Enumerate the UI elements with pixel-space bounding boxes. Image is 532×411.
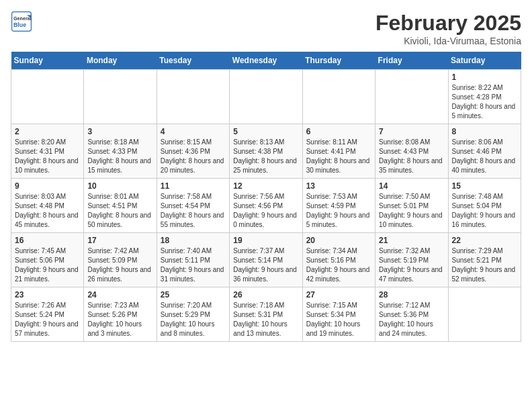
- day-number: 15: [452, 181, 517, 191]
- calendar-cell: [11, 70, 84, 124]
- calendar-cell: 27Sunrise: 7:15 AM Sunset: 5:34 PM Dayli…: [302, 287, 375, 342]
- day-number: 12: [233, 181, 298, 191]
- day-info: Sunrise: 7:34 AM Sunset: 5:16 PM Dayligh…: [306, 246, 371, 284]
- day-number: 2: [15, 127, 80, 136]
- calendar-week-2: 9Sunrise: 8:03 AM Sunset: 4:48 PM Daylig…: [11, 179, 521, 233]
- col-friday: Friday: [375, 52, 448, 70]
- day-number: 4: [161, 127, 226, 136]
- day-number: 18: [161, 236, 226, 245]
- calendar-cell: 2Sunrise: 8:20 AM Sunset: 4:31 PM Daylig…: [11, 124, 84, 179]
- calendar-cell: 25Sunrise: 7:20 AM Sunset: 5:29 PM Dayli…: [157, 287, 229, 342]
- day-number: 27: [306, 290, 371, 300]
- col-wednesday: Wednesday: [230, 52, 302, 70]
- calendar-header-row: Sunday Monday Tuesday Wednesday Thursday…: [11, 52, 521, 70]
- day-info: Sunrise: 8:01 AM Sunset: 4:51 PM Dayligh…: [87, 192, 152, 230]
- calendar-cell: 19Sunrise: 7:37 AM Sunset: 5:14 PM Dayli…: [230, 233, 302, 287]
- calendar-cell: [230, 70, 302, 124]
- day-number: 17: [87, 236, 152, 245]
- svg-text:General: General: [13, 15, 32, 21]
- calendar-week-4: 23Sunrise: 7:26 AM Sunset: 5:24 PM Dayli…: [11, 287, 521, 342]
- day-info: Sunrise: 7:18 AM Sunset: 5:31 PM Dayligh…: [233, 301, 298, 338]
- day-info: Sunrise: 7:23 AM Sunset: 5:26 PM Dayligh…: [87, 301, 152, 338]
- day-number: 14: [379, 181, 444, 191]
- day-info: Sunrise: 8:22 AM Sunset: 4:28 PM Dayligh…: [452, 83, 517, 121]
- day-number: 5: [233, 127, 298, 136]
- day-number: 13: [306, 181, 371, 191]
- calendar-cell: 10Sunrise: 8:01 AM Sunset: 4:51 PM Dayli…: [84, 179, 157, 233]
- logo: General Blue: [11, 11, 32, 32]
- day-number: 25: [161, 290, 226, 300]
- calendar-cell: 4Sunrise: 8:15 AM Sunset: 4:36 PM Daylig…: [157, 124, 229, 179]
- calendar-cell: [448, 287, 521, 342]
- calendar-subtitle: Kivioli, Ida-Virumaa, Estonia: [375, 36, 521, 46]
- day-info: Sunrise: 7:40 AM Sunset: 5:11 PM Dayligh…: [161, 246, 226, 284]
- calendar-cell: [302, 70, 375, 124]
- calendar-cell: 18Sunrise: 7:40 AM Sunset: 5:11 PM Dayli…: [157, 233, 229, 287]
- calendar-cell: 15Sunrise: 7:48 AM Sunset: 5:04 PM Dayli…: [448, 179, 521, 233]
- day-number: 10: [87, 181, 152, 191]
- day-info: Sunrise: 7:12 AM Sunset: 5:36 PM Dayligh…: [379, 301, 444, 338]
- day-info: Sunrise: 8:08 AM Sunset: 4:43 PM Dayligh…: [379, 138, 444, 175]
- day-info: Sunrise: 8:06 AM Sunset: 4:46 PM Dayligh…: [452, 138, 517, 175]
- col-monday: Monday: [84, 52, 157, 70]
- page-header: General Blue February 2025 Kivioli, Ida-…: [11, 11, 521, 46]
- day-number: 8: [452, 127, 517, 136]
- calendar-cell: 12Sunrise: 7:56 AM Sunset: 4:56 PM Dayli…: [230, 179, 302, 233]
- day-info: Sunrise: 7:20 AM Sunset: 5:29 PM Dayligh…: [161, 301, 226, 338]
- day-info: Sunrise: 7:42 AM Sunset: 5:09 PM Dayligh…: [87, 246, 152, 284]
- title-block: February 2025 Kivioli, Ida-Virumaa, Esto…: [375, 11, 521, 46]
- day-number: 1: [452, 73, 517, 82]
- calendar-cell: [157, 70, 229, 124]
- day-info: Sunrise: 8:13 AM Sunset: 4:38 PM Dayligh…: [233, 138, 298, 175]
- calendar-cell: 13Sunrise: 7:53 AM Sunset: 4:59 PM Dayli…: [302, 179, 375, 233]
- day-info: Sunrise: 7:58 AM Sunset: 4:54 PM Dayligh…: [161, 192, 226, 230]
- calendar-table: Sunday Monday Tuesday Wednesday Thursday…: [11, 52, 521, 342]
- svg-text:Blue: Blue: [13, 21, 26, 28]
- col-tuesday: Tuesday: [157, 52, 229, 70]
- calendar-cell: 3Sunrise: 8:18 AM Sunset: 4:33 PM Daylig…: [84, 124, 157, 179]
- day-number: 24: [87, 290, 152, 300]
- calendar-cell: 9Sunrise: 8:03 AM Sunset: 4:48 PM Daylig…: [11, 179, 84, 233]
- calendar-cell: 1Sunrise: 8:22 AM Sunset: 4:28 PM Daylig…: [448, 70, 521, 124]
- day-number: 20: [306, 236, 371, 245]
- calendar-cell: 5Sunrise: 8:13 AM Sunset: 4:38 PM Daylig…: [230, 124, 302, 179]
- calendar-cell: 22Sunrise: 7:29 AM Sunset: 5:21 PM Dayli…: [448, 233, 521, 287]
- day-number: 28: [379, 290, 444, 300]
- calendar-cell: 28Sunrise: 7:12 AM Sunset: 5:36 PM Dayli…: [375, 287, 448, 342]
- calendar-cell: 17Sunrise: 7:42 AM Sunset: 5:09 PM Dayli…: [84, 233, 157, 287]
- day-number: 23: [15, 290, 80, 300]
- day-number: 21: [379, 236, 444, 245]
- calendar-cell: 7Sunrise: 8:08 AM Sunset: 4:43 PM Daylig…: [375, 124, 448, 179]
- calendar-week-0: 1Sunrise: 8:22 AM Sunset: 4:28 PM Daylig…: [11, 70, 521, 124]
- day-info: Sunrise: 7:50 AM Sunset: 5:01 PM Dayligh…: [379, 192, 444, 230]
- calendar-cell: [84, 70, 157, 124]
- day-info: Sunrise: 8:18 AM Sunset: 4:33 PM Dayligh…: [87, 138, 152, 175]
- day-info: Sunrise: 7:32 AM Sunset: 5:19 PM Dayligh…: [379, 246, 444, 284]
- calendar-cell: 23Sunrise: 7:26 AM Sunset: 5:24 PM Dayli…: [11, 287, 84, 342]
- logo-icon: General Blue: [11, 11, 32, 32]
- calendar-title: February 2025: [375, 11, 521, 36]
- calendar-cell: 11Sunrise: 7:58 AM Sunset: 4:54 PM Dayli…: [157, 179, 229, 233]
- col-sunday: Sunday: [11, 52, 84, 70]
- day-info: Sunrise: 7:15 AM Sunset: 5:34 PM Dayligh…: [306, 301, 371, 338]
- col-thursday: Thursday: [302, 52, 375, 70]
- day-number: 19: [233, 236, 298, 245]
- day-number: 7: [379, 127, 444, 136]
- calendar-week-1: 2Sunrise: 8:20 AM Sunset: 4:31 PM Daylig…: [11, 124, 521, 179]
- calendar-cell: 26Sunrise: 7:18 AM Sunset: 5:31 PM Dayli…: [230, 287, 302, 342]
- day-number: 3: [87, 127, 152, 136]
- day-info: Sunrise: 7:45 AM Sunset: 5:06 PM Dayligh…: [15, 246, 80, 284]
- day-info: Sunrise: 7:53 AM Sunset: 4:59 PM Dayligh…: [306, 192, 371, 230]
- day-info: Sunrise: 8:11 AM Sunset: 4:41 PM Dayligh…: [306, 138, 371, 175]
- day-info: Sunrise: 7:56 AM Sunset: 4:56 PM Dayligh…: [233, 192, 298, 230]
- calendar-cell: 6Sunrise: 8:11 AM Sunset: 4:41 PM Daylig…: [302, 124, 375, 179]
- day-info: Sunrise: 8:15 AM Sunset: 4:36 PM Dayligh…: [161, 138, 226, 175]
- col-saturday: Saturday: [448, 52, 521, 70]
- day-number: 9: [15, 181, 80, 191]
- day-info: Sunrise: 7:37 AM Sunset: 5:14 PM Dayligh…: [233, 246, 298, 284]
- calendar-cell: 21Sunrise: 7:32 AM Sunset: 5:19 PM Dayli…: [375, 233, 448, 287]
- calendar-cell: 20Sunrise: 7:34 AM Sunset: 5:16 PM Dayli…: [302, 233, 375, 287]
- day-info: Sunrise: 7:48 AM Sunset: 5:04 PM Dayligh…: [452, 192, 517, 230]
- calendar-cell: [375, 70, 448, 124]
- calendar-cell: 14Sunrise: 7:50 AM Sunset: 5:01 PM Dayli…: [375, 179, 448, 233]
